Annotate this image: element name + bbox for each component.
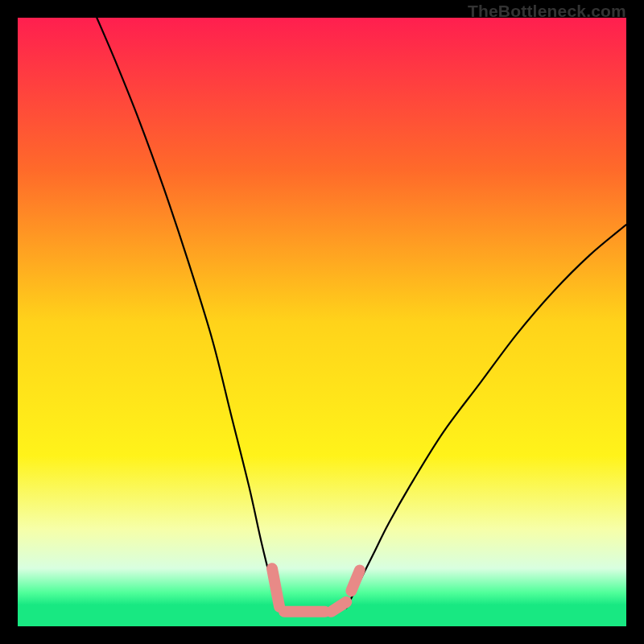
marker-segment [351,570,360,591]
gradient-background [18,18,626,626]
outer-frame: TheBottleneck.com [0,0,644,644]
marker-segment [272,568,279,607]
chart-canvas [18,18,626,626]
watermark-text: TheBottleneck.com [468,2,626,21]
